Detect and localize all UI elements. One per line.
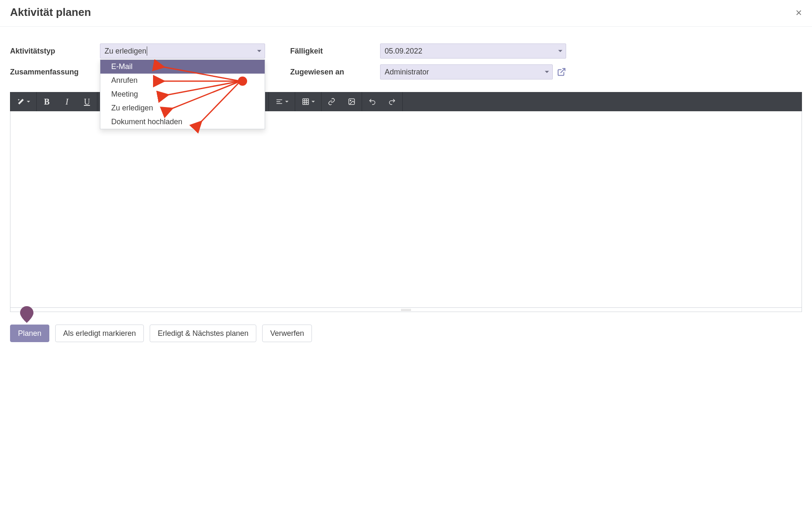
dialog-header: Aktivität planen × [0, 0, 812, 27]
discard-button[interactable]: Verwerfen [262, 325, 312, 342]
undo-button[interactable] [362, 92, 382, 111]
external-link-icon[interactable] [557, 67, 566, 77]
underline-button[interactable]: U [77, 92, 97, 111]
link-button[interactable] [322, 92, 342, 111]
svg-line-6 [561, 69, 565, 73]
form-column-right: Fälligkeit 05.09.2022 Zugewiesen an Admi… [290, 43, 566, 79]
assigned-to-dropdown[interactable]: Administrator [380, 64, 553, 79]
chevron-down-icon [558, 50, 562, 52]
activity-type-options: E-Mail Anrufen Meeting Zu erledigen Doku… [100, 59, 265, 129]
text-cursor [147, 46, 147, 56]
option-upload[interactable]: Dokument hochladen [100, 115, 265, 129]
label-summary: Zusammenfassung [10, 68, 100, 77]
label-due-date: Fälligkeit [290, 47, 380, 56]
due-date-dropdown[interactable]: 05.09.2022 [380, 43, 566, 59]
done-next-button[interactable]: Erledigt & Nächstes planen [150, 325, 256, 342]
plan-button[interactable]: Planen [10, 325, 49, 342]
chevron-down-icon [285, 101, 289, 102]
close-icon[interactable]: × [796, 7, 802, 18]
plan-activity-dialog: Aktivität planen × Aktivitätstyp Zu erle… [0, 0, 812, 355]
align-button[interactable] [269, 92, 295, 111]
chevron-down-icon [545, 71, 549, 73]
resize-handle[interactable] [10, 308, 802, 312]
table-button[interactable] [295, 92, 321, 111]
assigned-to-value: Administrator [385, 68, 429, 77]
option-meeting[interactable]: Meeting [100, 87, 265, 101]
activity-type-value: Zu erledigen [105, 47, 146, 56]
pin-marker-icon [20, 306, 33, 323]
dialog-footer: Planen Als erledigt markieren Erledigt &… [0, 312, 812, 355]
dialog-title: Aktivität planen [10, 6, 91, 19]
label-assigned-to: Zugewiesen an [290, 68, 380, 77]
editor-content[interactable] [10, 111, 802, 308]
italic-button[interactable]: I [57, 92, 77, 111]
magic-style-button[interactable] [10, 92, 36, 111]
chevron-down-icon [27, 101, 30, 102]
chevron-down-icon [257, 50, 261, 52]
bold-button[interactable]: B [37, 92, 57, 111]
activity-type-dropdown[interactable]: Zu erledigen E-Mail Anrufen Meeting Zu e… [100, 43, 265, 59]
option-todo[interactable]: Zu erledigen [100, 101, 265, 115]
due-date-value: 05.09.2022 [385, 47, 422, 56]
chevron-down-icon [312, 101, 315, 102]
mark-done-button[interactable]: Als erledigt markieren [55, 325, 144, 342]
redo-button[interactable] [382, 92, 402, 111]
label-activity-type: Aktivitätstyp [10, 47, 100, 56]
dialog-body: Aktivitätstyp Zu erledigen E-Mail Anrufe… [0, 27, 812, 312]
option-email[interactable]: E-Mail [100, 60, 265, 74]
form-column-left: Aktivitätstyp Zu erledigen E-Mail Anrufe… [10, 43, 265, 79]
option-call[interactable]: Anrufen [100, 74, 265, 87]
svg-point-16 [350, 100, 351, 101]
svg-rect-10 [303, 99, 309, 105]
image-button[interactable] [342, 92, 362, 111]
form-grid: Aktivitätstyp Zu erledigen E-Mail Anrufe… [10, 43, 802, 79]
